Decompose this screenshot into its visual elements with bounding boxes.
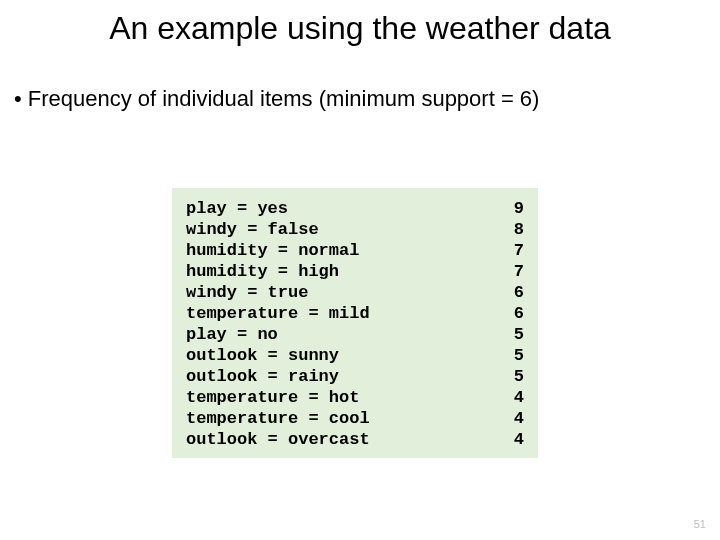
item-label: temperature = mild bbox=[186, 303, 370, 324]
item-label: temperature = cool bbox=[186, 408, 370, 429]
item-label: humidity = normal bbox=[186, 240, 359, 261]
table-row: humidity = normal7 bbox=[186, 240, 524, 261]
item-count: 6 bbox=[514, 303, 524, 324]
item-count: 5 bbox=[514, 324, 524, 345]
table-row: windy = true6 bbox=[186, 282, 524, 303]
item-count: 7 bbox=[514, 261, 524, 282]
item-count: 4 bbox=[514, 429, 524, 450]
bullet-icon: • bbox=[14, 86, 22, 112]
slide-title: An example using the weather data bbox=[0, 10, 720, 47]
item-label: play = no bbox=[186, 324, 278, 345]
table-row: play = yes9 bbox=[186, 198, 524, 219]
item-label: windy = false bbox=[186, 219, 319, 240]
table-row: temperature = cool4 bbox=[186, 408, 524, 429]
item-count: 7 bbox=[514, 240, 524, 261]
item-label: play = yes bbox=[186, 198, 288, 219]
table-row: windy = false8 bbox=[186, 219, 524, 240]
item-count: 6 bbox=[514, 282, 524, 303]
table-row: temperature = mild6 bbox=[186, 303, 524, 324]
item-count: 5 bbox=[514, 366, 524, 387]
item-label: windy = true bbox=[186, 282, 308, 303]
slide: An example using the weather data •Frequ… bbox=[0, 0, 720, 540]
table-row: play = no5 bbox=[186, 324, 524, 345]
bullet-text: Frequency of individual items (minimum s… bbox=[28, 86, 540, 111]
item-count: 8 bbox=[514, 219, 524, 240]
item-count: 9 bbox=[514, 198, 524, 219]
frequency-table: play = yes9 windy = false8 humidity = no… bbox=[172, 188, 538, 458]
item-label: outlook = rainy bbox=[186, 366, 339, 387]
item-label: humidity = high bbox=[186, 261, 339, 282]
page-number: 51 bbox=[694, 518, 706, 530]
item-label: temperature = hot bbox=[186, 387, 359, 408]
item-count: 4 bbox=[514, 387, 524, 408]
table-row: temperature = hot4 bbox=[186, 387, 524, 408]
table-row: outlook = sunny5 bbox=[186, 345, 524, 366]
table-row: outlook = rainy5 bbox=[186, 366, 524, 387]
item-label: outlook = overcast bbox=[186, 429, 370, 450]
item-count: 5 bbox=[514, 345, 524, 366]
table-row: outlook = overcast4 bbox=[186, 429, 524, 450]
item-count: 4 bbox=[514, 408, 524, 429]
item-label: outlook = sunny bbox=[186, 345, 339, 366]
bullet-line: •Frequency of individual items (minimum … bbox=[14, 86, 539, 112]
table-row: humidity = high7 bbox=[186, 261, 524, 282]
